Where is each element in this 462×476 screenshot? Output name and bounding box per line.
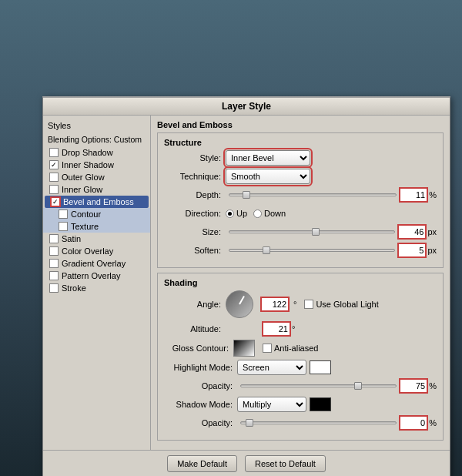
sidebar-item-inner-glow[interactable]: Inner Glow bbox=[43, 183, 150, 196]
highlight-color-swatch[interactable] bbox=[310, 360, 331, 374]
altitude-input[interactable] bbox=[263, 322, 290, 336]
size-input[interactable] bbox=[398, 225, 426, 239]
contour-checkbox[interactable] bbox=[59, 210, 68, 219]
sidebar-item-pattern-overlay[interactable]: Pattern Overlay bbox=[43, 270, 150, 282]
drop-shadow-checkbox[interactable] bbox=[49, 148, 59, 157]
use-global-light-label: Use Global Light bbox=[316, 300, 378, 309]
angle-unit: ° bbox=[293, 300, 296, 309]
style-label: Style: bbox=[164, 153, 226, 163]
technique-select[interactable]: Smooth Chisel Hard Chisel Soft bbox=[226, 169, 310, 184]
main-panel: Bevel and Emboss Structure Style: Inner … bbox=[151, 116, 450, 450]
sidebar-item-gradient-overlay[interactable]: Gradient Overlay bbox=[43, 257, 150, 270]
shadow-opacity-slider[interactable] bbox=[240, 421, 397, 424]
inner-glow-checkbox[interactable] bbox=[49, 185, 59, 194]
direction-up-item[interactable]: Up bbox=[226, 209, 247, 218]
shading-label: Shading bbox=[164, 278, 437, 287]
gloss-contour-preview[interactable] bbox=[233, 340, 255, 357]
outer-glow-checkbox[interactable] bbox=[49, 173, 59, 182]
inner-shadow-label: Inner Shadow bbox=[62, 160, 114, 169]
sidebar-item-outer-glow[interactable]: Outer Glow bbox=[43, 171, 150, 183]
sidebar-item-inner-shadow[interactable]: ✓ Inner Shadow bbox=[43, 159, 150, 171]
anti-aliased-checkbox[interactable] bbox=[263, 344, 272, 353]
highlight-opacity-input[interactable] bbox=[400, 379, 427, 393]
angle-label: Angle: bbox=[164, 300, 226, 309]
depth-unit: % bbox=[429, 190, 437, 199]
soften-label: Soften: bbox=[164, 246, 226, 255]
shadow-opacity-input[interactable] bbox=[400, 416, 427, 430]
satin-checkbox[interactable] bbox=[49, 234, 59, 243]
reset-to-default-button[interactable]: Reset to Default bbox=[245, 455, 326, 472]
direction-down-item[interactable]: Down bbox=[253, 209, 286, 218]
depth-input[interactable] bbox=[400, 188, 427, 202]
gloss-contour-label: Gloss Contour: bbox=[164, 344, 233, 353]
stroke-checkbox[interactable] bbox=[49, 283, 59, 293]
soften-slider[interactable] bbox=[229, 249, 395, 252]
altitude-unit: ° bbox=[292, 324, 295, 334]
sidebar-item-contour[interactable]: Contour bbox=[43, 208, 150, 220]
sidebar-item-bevel-emboss[interactable]: ✓ Bevel and Emboss bbox=[45, 196, 149, 208]
highlight-opacity-slider[interactable] bbox=[240, 384, 397, 387]
dialog-titlebar: Layer Style bbox=[43, 98, 450, 116]
gloss-contour-row: Gloss Contour: Anti-aliased bbox=[164, 340, 437, 357]
direction-down-label: Down bbox=[264, 209, 286, 218]
satin-label: Satin bbox=[62, 234, 81, 243]
bevel-emboss-checkbox[interactable]: ✓ bbox=[51, 197, 60, 206]
sidebar: Styles Blending Options: Custom Drop Sha… bbox=[43, 116, 151, 450]
direction-up-label: Up bbox=[236, 209, 247, 218]
sidebar-item-stroke[interactable]: Stroke bbox=[43, 282, 150, 294]
soften-input[interactable] bbox=[398, 243, 426, 257]
direction-row: Direction: Up Down bbox=[164, 206, 437, 221]
make-default-button[interactable]: Make Default bbox=[167, 455, 237, 472]
gradient-overlay-checkbox[interactable] bbox=[49, 259, 59, 268]
sidebar-item-color-overlay[interactable]: Color Overlay bbox=[43, 245, 150, 257]
soften-unit: px bbox=[427, 246, 437, 255]
size-unit: px bbox=[427, 227, 437, 236]
outer-glow-label: Outer Glow bbox=[62, 173, 105, 182]
texture-checkbox[interactable] bbox=[59, 222, 68, 231]
use-global-light-checkbox[interactable] bbox=[304, 300, 313, 309]
highlight-mode-row: Highlight Mode: Screen Normal Multiply bbox=[164, 360, 437, 375]
angle-dial[interactable] bbox=[226, 290, 253, 318]
use-global-light-item[interactable]: Use Global Light bbox=[304, 300, 378, 309]
altitude-row: Altitude: ° bbox=[164, 321, 437, 337]
highlight-opacity-unit: % bbox=[429, 381, 437, 391]
anti-aliased-item[interactable]: Anti-aliased bbox=[263, 344, 318, 353]
style-row: Style: Inner Bevel Outer Bevel Emboss bbox=[164, 150, 437, 166]
size-row: Size: px bbox=[164, 224, 437, 240]
style-select[interactable]: Inner Bevel Outer Bevel Emboss bbox=[226, 150, 310, 166]
sidebar-item-drop-shadow[interactable]: Drop Shadow bbox=[43, 146, 150, 159]
layer-style-dialog: Layer Style Styles Blending Options: Cus… bbox=[42, 96, 450, 476]
shadow-color-swatch[interactable] bbox=[310, 397, 331, 411]
technique-row: Technique: Smooth Chisel Hard Chisel Sof… bbox=[164, 169, 437, 184]
altitude-label: Altitude: bbox=[164, 324, 226, 334]
pattern-overlay-label: Pattern Overlay bbox=[62, 271, 120, 280]
inner-shadow-checkbox[interactable]: ✓ bbox=[49, 160, 59, 169]
highlight-opacity-row: Opacity: % bbox=[164, 378, 437, 394]
structure-box: Structure Style: Inner Bevel Outer Bevel… bbox=[157, 132, 444, 268]
bevel-emboss-label: Bevel and Emboss bbox=[63, 197, 134, 206]
shading-box: Shading Angle: ° Use Global Light bbox=[157, 273, 444, 441]
depth-label: Depth: bbox=[164, 190, 226, 199]
shadow-mode-select[interactable]: Multiply Screen Normal bbox=[237, 397, 306, 412]
angle-row: Angle: ° Use Global Light bbox=[164, 290, 437, 318]
shadow-mode-row: Shadow Mode: Multiply Screen Normal bbox=[164, 397, 437, 412]
pattern-overlay-checkbox[interactable] bbox=[49, 271, 59, 280]
direction-label: Direction: bbox=[164, 209, 226, 218]
dialog-title: Layer Style bbox=[222, 101, 271, 112]
anti-aliased-label: Anti-aliased bbox=[274, 344, 318, 353]
angle-input[interactable] bbox=[261, 297, 289, 311]
shadow-opacity-row: Opacity: % bbox=[164, 415, 437, 431]
shadow-opacity-label: Opacity: bbox=[164, 418, 237, 427]
size-slider[interactable] bbox=[229, 230, 395, 233]
direction-radio-group: Up Down bbox=[226, 209, 286, 218]
contour-label: Contour bbox=[71, 210, 101, 219]
direction-up-radio[interactable] bbox=[226, 210, 234, 218]
color-overlay-checkbox[interactable] bbox=[49, 246, 59, 256]
sidebar-item-satin[interactable]: Satin bbox=[43, 233, 150, 245]
sidebar-item-texture[interactable]: Texture bbox=[43, 220, 150, 233]
depth-slider[interactable] bbox=[229, 193, 397, 196]
structure-label: Structure bbox=[164, 138, 437, 147]
direction-down-radio[interactable] bbox=[253, 210, 262, 218]
shadow-opacity-unit: % bbox=[429, 418, 437, 427]
highlight-mode-select[interactable]: Screen Normal Multiply bbox=[237, 360, 306, 375]
